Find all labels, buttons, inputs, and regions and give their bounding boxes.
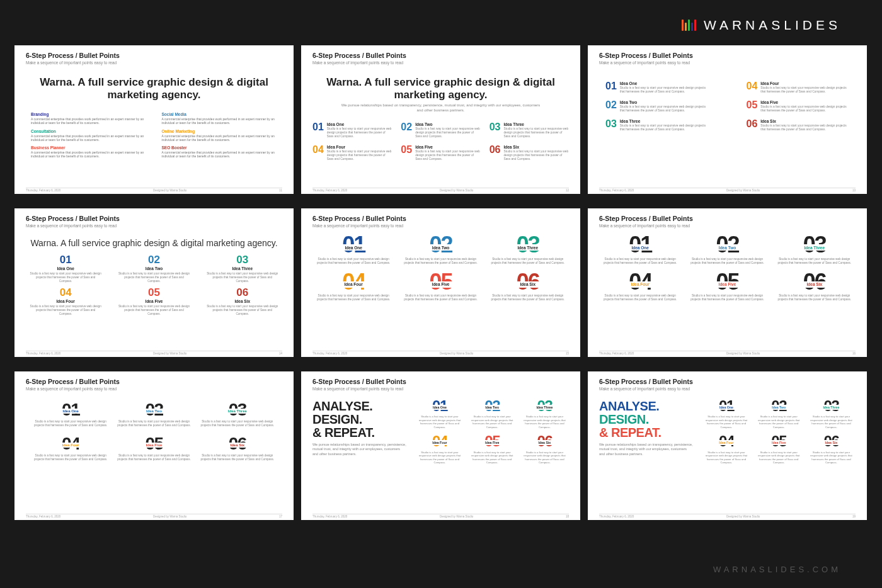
slide-title: 6-Step Process / Bullet Points — [599, 215, 856, 222]
idea-title: Idea Six — [760, 119, 849, 123]
idea-title: Idea Three — [503, 122, 569, 127]
idea-title: Idea One — [327, 122, 392, 127]
idea-item: 05 Idea Five Studio is a fast way to sta… — [747, 100, 850, 113]
idea-title: Idea Five — [686, 281, 768, 288]
feature-body: A commercial enterprise that provides wo… — [162, 134, 278, 142]
idea-item: 06 Idea Six Studio is a fast way to star… — [774, 273, 856, 302]
idea-item: 03 Idea Three Studio is a fast way to st… — [203, 254, 282, 283]
idea-body: Studio is a fast way to start your respo… — [415, 150, 481, 161]
idea-title: Idea Five — [760, 100, 849, 105]
idea-item: 02 Idea Two Studio is a fast way to star… — [755, 400, 803, 429]
slide-footer: Thursday, February 6, 2020Designed by Wa… — [312, 188, 569, 192]
slide-title: 6-Step Process / Bullet Points — [599, 52, 856, 59]
idea-number: 04 — [26, 287, 105, 298]
idea-number: 06 — [203, 287, 282, 298]
idea-body: Studio is a fast way to start your respo… — [702, 415, 750, 429]
feature-body: A commercial enterprise that provides wo… — [31, 150, 147, 159]
idea-item: 01 Idea One Studio is a fast way to star… — [32, 402, 109, 427]
idea-body: Studio is a fast way to start your respo… — [620, 105, 709, 113]
idea-item: 05 Idea Five Studio is a fast way to sta… — [399, 273, 481, 302]
idea-title: Idea Five — [115, 443, 192, 448]
idea-grid: 01 Idea One Studio is a fast way to star… — [599, 235, 856, 302]
idea-number: 05 — [747, 100, 758, 113]
idea-item: 01 Idea One Studio is a fast way to star… — [415, 400, 464, 429]
idea-number: 06 — [490, 145, 501, 161]
idea-body: Studio is a fast way to start your respo… — [774, 294, 856, 302]
idea-body: Studio is a fast way to start your respo… — [807, 415, 856, 429]
feature-body: A commercial enterprise that provides wo… — [162, 150, 278, 159]
idea-item: 01 Idea One Studio is a fast way to star… — [702, 400, 750, 429]
idea-title: Idea Two — [415, 122, 481, 127]
idea-item: 02 Idea Two Studio is a fast way to star… — [605, 100, 709, 113]
idea-title: Idea Two — [686, 244, 768, 251]
idea-title: Idea Two — [620, 100, 709, 105]
idea-body: Studio is a fast way to start your respo… — [312, 294, 394, 302]
slide-subtitle: Make a sequence of important points easy… — [312, 60, 569, 65]
idea-body: Studio is a fast way to start your respo… — [327, 150, 392, 161]
idea-title: Idea One — [32, 409, 109, 414]
feature-title: Social Media — [162, 112, 278, 116]
slide-grid: 6-Step Process / Bullet Points Make a se… — [14, 45, 867, 520]
idea-number: 06 — [747, 119, 758, 132]
idea-title: Idea Four — [26, 299, 105, 303]
idea-number: 04 — [312, 145, 324, 161]
feature-title: Branding — [31, 112, 147, 116]
idea-item: 06 Idea Six Studio is a fast way to star… — [747, 119, 850, 132]
idea-body: Studio is a fast way to start your respo… — [199, 420, 276, 427]
slide-title: 6-Step Process / Bullet Points — [26, 378, 282, 385]
feature-item: Online Marketing A commercial enterprise… — [162, 129, 278, 142]
slide-5: 6-Step Process / Bullet Points Make a se… — [301, 208, 580, 357]
watermark: WARNASLIDES.COM — [713, 565, 841, 574]
idea-title: Idea Three — [620, 119, 709, 123]
idea-item: 06 Idea Six Studio is a fast way to star… — [520, 435, 569, 464]
idea-item: 04 Idea Four Studio is a fast way to sta… — [26, 287, 105, 316]
idea-title: Idea Two — [399, 244, 481, 251]
idea-title: Idea Two — [114, 266, 193, 271]
idea-body: Studio is a fast way to start your respo… — [468, 451, 517, 465]
feature-item: Branding A commercial enterprise that pr… — [31, 112, 147, 125]
hero-heading: Warna. A full service graphic design & d… — [312, 76, 569, 101]
idea-body: Studio is a fast way to start your respo… — [312, 257, 394, 265]
feature-body: A commercial enterprise that provides wo… — [31, 117, 147, 125]
idea-item: 01 Idea One Studio is a fast way to star… — [605, 81, 709, 94]
hero-heading: Warna. A full service graphic design & d… — [26, 238, 282, 248]
idea-item: 03 Idea Three Studio is a fast way to st… — [199, 402, 276, 427]
idea-item: 05 Idea Five Studio is a fast way to sta… — [686, 273, 768, 302]
idea-title: Idea Four — [599, 281, 681, 288]
idea-item: 04 Idea Four Studio is a fast way to sta… — [312, 145, 392, 161]
feature-item: Consultation A commercial enterprise tha… — [31, 129, 147, 142]
feature-body: A commercial enterprise that provides wo… — [31, 134, 147, 142]
slide-title: 6-Step Process / Bullet Points — [26, 215, 282, 222]
idea-title: Idea Four — [760, 81, 849, 86]
slide-subtitle: Make a sequence of important points easy… — [26, 387, 282, 391]
idea-body: Studio is a fast way to start your respo… — [487, 294, 569, 302]
feature-item: SEO Booster A commercial enterprise that… — [162, 145, 278, 159]
idea-body: Studio is a fast way to start your respo… — [520, 451, 569, 465]
idea-item: 06 Idea Six Studio is a fast way to star… — [487, 273, 569, 302]
idea-item: 06 Idea Six Studio is a fast way to star… — [807, 435, 856, 464]
idea-body: Studio is a fast way to start your respo… — [599, 257, 681, 265]
brand-logo: WARNASLIDES — [682, 18, 841, 33]
idea-item: 05 Idea Five Studio is a fast way to sta… — [755, 435, 803, 464]
idea-grid: 01 Idea One Studio is a fast way to star… — [415, 400, 569, 464]
idea-number: 05 — [114, 287, 193, 298]
idea-title: Idea Four — [312, 281, 394, 288]
idea-title: Idea One — [415, 405, 464, 410]
idea-item: 04 Idea Four Studio is a fast way to sta… — [312, 273, 394, 302]
idea-body: Studio is a fast way to start your respo… — [114, 305, 193, 316]
idea-body: Studio is a fast way to start your respo… — [399, 257, 481, 265]
idea-body: Studio is a fast way to start your respo… — [774, 257, 856, 265]
idea-item: 01 Idea One Studio is a fast way to star… — [312, 235, 394, 265]
idea-body: Studio is a fast way to start your respo… — [415, 451, 464, 465]
idea-title: Idea Four — [702, 440, 750, 445]
idea-number: 02 — [605, 100, 617, 113]
idea-title: Idea Three — [807, 405, 856, 410]
idea-title: Idea Five — [468, 440, 517, 445]
feature-title: Consultation — [31, 129, 147, 133]
idea-body: Studio is a fast way to start your respo… — [503, 150, 569, 161]
idea-body: Studio is a fast way to start your respo… — [203, 272, 282, 283]
idea-item: 01 Idea One Studio is a fast way to star… — [599, 235, 681, 265]
heading-sub: We pursue relationships based on transpa… — [312, 443, 406, 456]
split-left: ANALYSE. DESIGN. & REPEAT. We pursue rel… — [312, 400, 406, 464]
idea-body: Studio is a fast way to start your respo… — [415, 127, 481, 139]
